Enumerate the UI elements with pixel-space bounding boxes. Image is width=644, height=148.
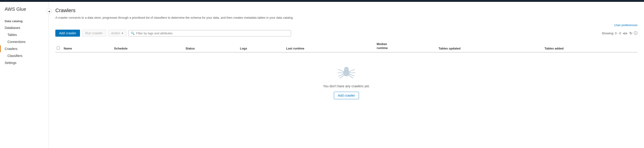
table-header-median-runtime: Median runtime <box>375 40 437 52</box>
sidebar-section-label: Data catalog <box>0 18 48 24</box>
chevron-down-icon: ▼ <box>121 32 124 35</box>
svg-point-4 <box>346 69 346 69</box>
user-preferences-link-container: User preferences <box>55 23 638 27</box>
sidebar: AWS Glue ◀ Data catalog Databases Tables… <box>0 2 49 148</box>
sidebar-collapse-button[interactable]: ◀ <box>46 9 52 14</box>
user-preferences-link[interactable]: User preferences <box>614 23 638 27</box>
action-dropdown-button[interactable]: Action ▼ <box>108 30 127 37</box>
spider-icon <box>336 64 357 81</box>
table-header-status: Status <box>184 40 238 52</box>
empty-state-text: You don't have any crawlers yet. <box>323 84 370 88</box>
top-bar <box>0 0 644 2</box>
svg-point-5 <box>347 69 348 69</box>
svg-point-1 <box>344 67 348 71</box>
sidebar-item-crawlers[interactable]: Crawlers <box>0 45 48 52</box>
search-box: 🔍 <box>128 30 291 36</box>
svg-line-13 <box>349 75 353 78</box>
table-header-schedule: Schedule <box>113 40 184 52</box>
crawlers-table: Name Schedule Status Logs Last runtime <box>55 40 638 52</box>
table-header-tables-updated: Tables updated <box>437 40 543 52</box>
sidebar-item-databases[interactable]: Databases <box>0 24 48 31</box>
sidebar-item-classifiers[interactable]: Classifiers <box>0 52 48 59</box>
action-label: Action <box>111 31 120 35</box>
run-crawler-button[interactable]: Run crawler <box>82 30 106 37</box>
table-header-logs: Logs <box>238 40 285 52</box>
svg-line-6 <box>338 69 344 72</box>
table-header-checkbox <box>55 40 62 52</box>
toolbar: Add crawler Run crawler Action ▼ 🔍 Showi… <box>55 30 638 37</box>
empty-state: You don't have any crawlers yet. Add cra… <box>55 52 638 109</box>
showing-label: Showing: 0 - 0 ◀ ▶ ↻ ⓘ <box>602 31 638 36</box>
select-all-checkbox[interactable] <box>57 46 60 49</box>
page-title: Crawlers <box>55 8 638 14</box>
svg-line-10 <box>349 69 354 72</box>
search-icon: 🔍 <box>131 32 134 35</box>
main-content: Crawlers A crawler connects to a data st… <box>49 2 644 148</box>
empty-add-crawler-button[interactable]: Add crawler <box>334 92 359 99</box>
refresh-icon[interactable]: ↻ <box>629 31 632 35</box>
table-header-last-runtime: Last runtime <box>285 40 375 52</box>
pagination-arrows: ◀ ▶ <box>622 31 628 35</box>
page-description: A crawler connects to a data store, prog… <box>55 16 311 19</box>
table-header-name: Name <box>62 40 113 52</box>
prev-page-arrow[interactable]: ◀ <box>622 31 625 35</box>
next-page-arrow[interactable]: ▶ <box>626 31 628 35</box>
search-input[interactable] <box>136 32 288 35</box>
sidebar-item-tables[interactable]: Tables <box>0 31 48 38</box>
sidebar-item-settings[interactable]: Settings <box>0 59 48 66</box>
sidebar-item-connections[interactable]: Connections <box>0 38 48 45</box>
showing-text: Showing: 0 - 0 <box>602 32 621 35</box>
table-header-row: Name Schedule Status Logs Last runtime <box>55 40 638 52</box>
svg-line-9 <box>340 75 344 78</box>
table-header-tables-added: Tables added <box>543 40 638 52</box>
app-logo: AWS Glue <box>0 7 48 18</box>
add-crawler-button[interactable]: Add crawler <box>55 30 80 37</box>
help-icon[interactable]: ⓘ <box>634 31 638 36</box>
